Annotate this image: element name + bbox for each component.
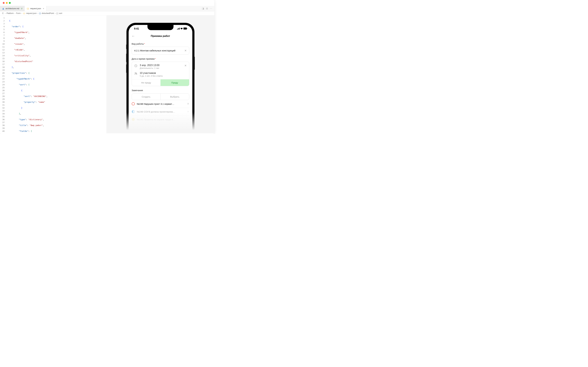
accept-button[interactable]: Приду: [160, 79, 189, 86]
breadcrumb-segment[interactable]: request.json: [26, 12, 37, 14]
braces-icon: { }: [39, 12, 41, 14]
tab-label: architecture.md: [6, 7, 19, 10]
line-gutter: 1234567891011121314151617181920212223242…: [0, 16, 6, 133]
tab-architecture[interactable]: architecture.md U: [0, 6, 25, 11]
participants-detail: 5 да, 1 нет, 4 без ответа: [140, 75, 187, 77]
close-icon[interactable]: ×: [43, 7, 44, 10]
svg-rect-1: [178, 28, 178, 30]
work-type-field[interactable]: 4.2.1 Монтаж кабельных конструкций ✕: [132, 47, 189, 55]
toolbar-icon[interactable]: ◨: [202, 7, 204, 10]
svg-point-7: [135, 73, 136, 73]
phone-mockup: 9:41 ← Приемка работ Вид работы*: [127, 23, 194, 133]
clear-icon[interactable]: ✕: [184, 49, 187, 52]
participants-value: 10 участников: [140, 72, 187, 75]
issues-tabs: Создать Выбрать: [132, 93, 189, 100]
signal-icon: [177, 27, 180, 30]
tab-select[interactable]: Выбрать: [160, 94, 189, 100]
toolbar-icon[interactable]: ⋯: [210, 7, 212, 10]
clear-icon[interactable]: ✕: [184, 64, 187, 67]
back-arrow-icon[interactable]: ←: [132, 34, 135, 38]
issue-text: №246 СОУЭ должна проектирова…: [137, 110, 185, 113]
editor-tabs: architecture.md U { } request.json × ◨ ⊞…: [0, 6, 214, 11]
remove-icon[interactable]: ✕: [187, 118, 189, 121]
breadcrumb: C:› Platform› Form› { } request.json› { …: [0, 11, 214, 16]
svg-rect-0: [177, 29, 177, 30]
brackets-icon: [ ]: [57, 12, 58, 14]
breadcrumb-segment[interactable]: sort: [59, 12, 62, 14]
svg-rect-4: [183, 27, 187, 30]
breadcrumb-segment[interactable]: C:: [2, 12, 4, 14]
wifi-icon: [180, 27, 183, 30]
traffic-light-minimize[interactable]: [6, 2, 8, 4]
tab-create[interactable]: Создать: [132, 94, 160, 100]
remove-icon[interactable]: ✕: [187, 110, 189, 113]
issue-text: №245 Правила по охране труда в…: [137, 118, 185, 121]
traffic-light-close[interactable]: [3, 2, 5, 4]
section-label: Дата и время приемки*: [132, 58, 189, 60]
code-content: { "order": [ "typeOfWork", "dueDate", "i…: [9, 16, 106, 133]
traffic-light-zoom[interactable]: [9, 2, 11, 4]
app-navbar: ← Приемка работ: [129, 33, 192, 40]
code-editor[interactable]: 1234567891011121314151617181920212223242…: [0, 16, 106, 133]
tab-modified-badge: U: [21, 8, 23, 10]
svg-rect-2: [179, 28, 179, 30]
toolbar-icon[interactable]: ⊞: [206, 7, 208, 10]
tab-label: request.json: [30, 7, 41, 10]
issue-item[interactable]: №245 Правила по охране труда в… ✕: [132, 116, 189, 123]
issue-item[interactable]: №246 СОУЭ должна проектирова… ✕: [132, 108, 189, 116]
people-icon: [134, 72, 138, 76]
section-label: Вид работы*: [132, 43, 189, 45]
json-icon: { }: [27, 8, 29, 10]
breadcrumb-segment[interactable]: disturbedPoint: [42, 12, 54, 14]
breadcrumb-segment[interactable]: Form: [16, 12, 20, 14]
issue-text: №248 Нарушен пункт 3.1 нормат…: [137, 103, 185, 105]
status-icon: [132, 118, 135, 121]
json-icon: { }: [23, 12, 25, 14]
datetime-value: 3 апр. 2023 13:00: [140, 64, 182, 67]
markdown-icon: [2, 8, 4, 10]
battery-icon: [183, 27, 187, 30]
remove-icon[interactable]: ✕: [187, 102, 189, 106]
status-icon: [132, 110, 135, 113]
clock-icon: [134, 64, 138, 68]
phone-notch: [147, 25, 173, 30]
status-time: 9:41: [134, 27, 139, 30]
issue-item[interactable]: №248 Нарушен пункт 3.1 нормат… ✕: [132, 100, 189, 108]
svg-rect-3: [179, 28, 180, 30]
decline-button[interactable]: Не приду: [132, 79, 160, 86]
preview-pane: 9:41 ← Приемка работ Вид работы*: [106, 16, 214, 133]
field-value: 4.2.1 Монтаж кабельных конструкций: [134, 49, 175, 52]
duration-value: Длительность: 1 час: [140, 67, 182, 69]
svg-point-8: [136, 73, 137, 74]
tab-request-json[interactable]: { } request.json ×: [25, 6, 46, 11]
app-title: Приемка работ: [151, 34, 170, 38]
window-titlebar: [0, 0, 214, 6]
svg-rect-5: [187, 28, 187, 29]
datetime-card: 3 апр. 2023 13:00 Длительность: 1 час ✕ …: [132, 62, 189, 86]
breadcrumb-segment[interactable]: Platform: [7, 12, 14, 14]
status-icon: [132, 102, 135, 105]
section-label: Замечания: [132, 89, 189, 92]
